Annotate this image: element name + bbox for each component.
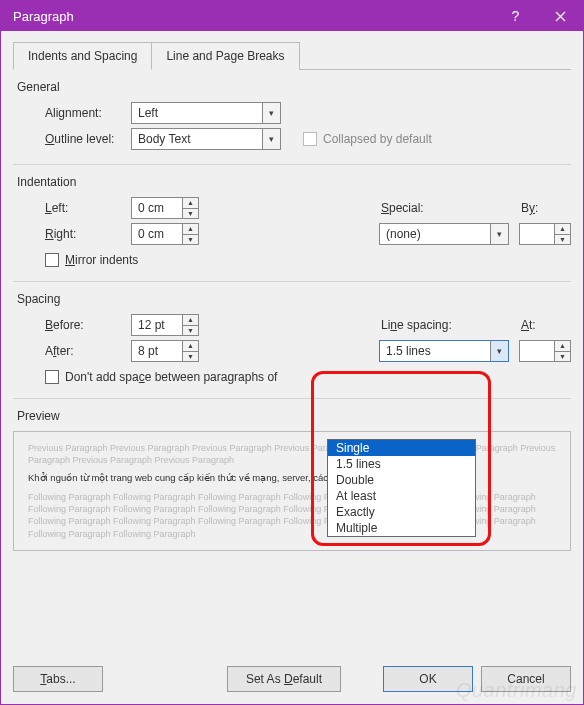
spin-up-icon[interactable]: ▲ (555, 224, 570, 235)
by-label: By: (521, 201, 571, 215)
linespacing-label: Line spacing: (381, 318, 521, 332)
indentation-heading: Indentation (17, 175, 571, 189)
dont-add-space-checkbox[interactable]: Don't add space between paragraphs of (45, 370, 277, 384)
set-as-default-button[interactable]: Set As Default (227, 666, 341, 692)
linespacing-option[interactable]: 1.5 lines (328, 456, 475, 472)
spin-up-icon[interactable]: ▲ (555, 341, 570, 352)
linespacing-dropdown[interactable]: Single 1.5 lines Double At least Exactly… (327, 439, 476, 537)
tab-indents-spacing[interactable]: Indents and Spacing (13, 42, 152, 70)
chevron-down-icon: ▾ (262, 129, 280, 149)
after-label: After: (45, 344, 131, 358)
help-button[interactable]: ? (493, 1, 538, 31)
spin-down-icon[interactable]: ▼ (183, 235, 198, 245)
preview-ghost-next: Following Paragraph Following Paragraph … (28, 491, 556, 540)
preview-sample-text: Khởi nguồn từ một trang web cung cấp kiế… (28, 472, 556, 485)
collapsed-checkbox: Collapsed by default (303, 132, 432, 146)
indent-right-label: Right: (45, 227, 131, 241)
preview-heading: Preview (17, 409, 571, 423)
spin-down-icon[interactable]: ▼ (183, 209, 198, 219)
cancel-button[interactable]: Cancel (481, 666, 571, 692)
spin-down-icon[interactable]: ▼ (183, 352, 198, 362)
tabstrip: Indents and Spacing Line and Page Breaks (13, 41, 571, 70)
window-title: Paragraph (13, 9, 493, 24)
paragraph-dialog: Paragraph ? Indents and Spacing Line and… (0, 0, 584, 705)
linespacing-option[interactable]: Exactly (328, 504, 475, 520)
indent-left-label: Left: (45, 201, 131, 215)
linespacing-option[interactable]: Multiple (328, 520, 475, 536)
tab-line-page-breaks[interactable]: Line and Page Breaks (151, 42, 299, 70)
indent-right-spin[interactable]: 0 cm ▲▼ (131, 223, 199, 245)
at-label: At: (521, 318, 571, 332)
after-spin[interactable]: 8 pt ▲▼ (131, 340, 199, 362)
before-label: Before: (45, 318, 131, 332)
chevron-down-icon: ▾ (262, 103, 280, 123)
at-spin[interactable]: ▲▼ (519, 340, 571, 362)
chevron-down-icon: ▾ (490, 224, 508, 244)
tabs-button[interactable]: Tabs... (13, 666, 103, 692)
general-heading: General (17, 80, 571, 94)
spin-up-icon[interactable]: ▲ (183, 341, 198, 352)
spin-up-icon[interactable]: ▲ (183, 198, 198, 209)
spin-up-icon[interactable]: ▲ (183, 315, 198, 326)
mirror-indents-checkbox[interactable]: Mirror indents (45, 253, 138, 267)
spin-down-icon[interactable]: ▼ (555, 235, 570, 245)
alignment-combo[interactable]: Left ▾ (131, 102, 281, 124)
alignment-label: Alignment: (45, 106, 131, 120)
outline-combo[interactable]: Body Text ▾ (131, 128, 281, 150)
outline-label: Outline level: (45, 132, 131, 146)
footer-buttons: Tabs... Set As Default OK Cancel (13, 666, 571, 692)
special-combo[interactable]: (none) ▾ (379, 223, 509, 245)
preview-box: Previous Paragraph Previous Paragraph Pr… (13, 431, 571, 551)
titlebar: Paragraph ? (1, 1, 583, 31)
before-spin[interactable]: 12 pt ▲▼ (131, 314, 199, 336)
linespacing-option[interactable]: Double (328, 472, 475, 488)
spin-up-icon[interactable]: ▲ (183, 224, 198, 235)
linespacing-option[interactable]: Single (328, 440, 475, 456)
spacing-heading: Spacing (17, 292, 571, 306)
chevron-down-icon: ▾ (490, 341, 508, 361)
linespacing-combo[interactable]: 1.5 lines ▾ (379, 340, 509, 362)
by-spin[interactable]: ▲▼ (519, 223, 571, 245)
special-label: Special: (381, 201, 521, 215)
close-button[interactable] (538, 1, 583, 31)
indent-left-spin[interactable]: 0 cm ▲▼ (131, 197, 199, 219)
spin-down-icon[interactable]: ▼ (555, 352, 570, 362)
close-icon (555, 11, 566, 22)
spin-down-icon[interactable]: ▼ (183, 326, 198, 336)
ok-button[interactable]: OK (383, 666, 473, 692)
linespacing-option[interactable]: At least (328, 488, 475, 504)
preview-ghost-prev: Previous Paragraph Previous Paragraph Pr… (28, 442, 556, 466)
